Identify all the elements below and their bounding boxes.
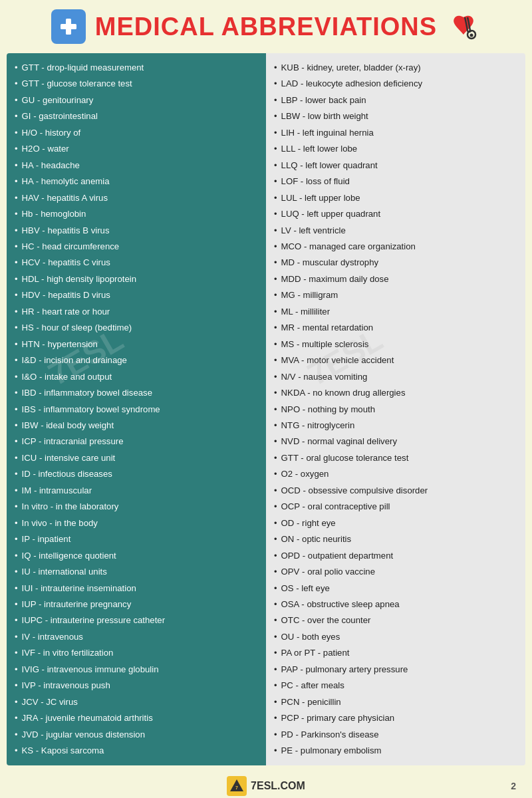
list-item: •KUB - kidney, ureter, bladder (x-ray) (274, 60, 517, 76)
list-item: •HDV - hepatitis D virus (15, 287, 258, 303)
list-item: •HTN - hypertension (15, 336, 258, 352)
bullet: • (274, 94, 277, 107)
list-item: •ML - milliliter (274, 304, 517, 320)
bullet: • (274, 192, 277, 205)
right-column: 7ESL •KUB - kidney, ureter, bladder (x-r… (266, 53, 525, 765)
bullet: • (15, 598, 18, 611)
bullet: • (15, 484, 18, 497)
list-item: •GTT - oral glucose tolerance test (274, 450, 517, 466)
bullet: • (274, 126, 277, 140)
left-column: 7ESL •GTT - drop-liquid measurement•GTT … (7, 53, 266, 765)
footer-logo: 7 7ESL.COM (227, 776, 305, 796)
bullet: • (274, 321, 277, 334)
bullet: • (15, 403, 18, 416)
list-item: •MCO - managed care organization (274, 239, 517, 255)
list-item: •IUP - intrauterine pregnancy (15, 597, 258, 612)
bullet: • (274, 403, 277, 416)
list-item: •H/O - history of (15, 125, 258, 141)
bullet: • (274, 289, 277, 302)
bullet: • (15, 354, 18, 367)
list-item: •GTT - glucose tolerance test (15, 76, 258, 92)
left-column-wrapper: 7ESL •GTT - drop-liquid measurement•GTT … (7, 53, 266, 765)
list-item: •NKDA - no known drug allergies (274, 385, 517, 401)
list-item: •LOF - loss of fluid (274, 174, 517, 190)
logo-text: 7ESL.COM (251, 780, 305, 792)
bullet: • (15, 646, 18, 660)
bullet: • (274, 370, 277, 384)
list-item: •MD - muscular dystrophy (274, 255, 517, 271)
header: MEDICAL ABBREVIATIONS (0, 0, 532, 53)
bullet: • (15, 582, 18, 595)
page-title: MEDICAL ABBREVIATIONS (95, 13, 437, 41)
list-item: •PCN - penicillin (274, 694, 517, 710)
list-item: •PC - after meals (274, 678, 517, 694)
bullet: • (274, 61, 277, 74)
bullet: • (274, 305, 277, 319)
list-item: •OCP - oral contraceptive pill (274, 499, 517, 515)
list-item: •LLL - left lower lobe (274, 141, 517, 157)
list-item: •OPD - outpatient department (274, 548, 517, 564)
bullet: • (15, 500, 18, 513)
bullet: • (15, 370, 18, 384)
list-item: •IVIG - intravenous immune globulin (15, 662, 258, 678)
bullet: • (15, 435, 18, 448)
bullet: • (15, 224, 18, 237)
list-item: •IM - intramuscular (15, 483, 258, 499)
bullet: • (15, 273, 18, 286)
bullet: • (15, 126, 18, 140)
bullet: • (15, 517, 18, 530)
list-item: •PA or PT - patient (274, 645, 517, 661)
bullet: • (274, 467, 277, 481)
bullet: • (274, 679, 277, 692)
bullet: • (274, 517, 277, 530)
bullet: • (274, 175, 277, 188)
bullet: • (15, 452, 18, 465)
list-item: •JCV - JC virus (15, 694, 258, 710)
bullet: • (274, 256, 277, 269)
bullet: • (274, 744, 277, 757)
bullet: • (15, 728, 18, 741)
bullet: • (274, 224, 277, 237)
footer: 7 7ESL.COM 2 (0, 772, 532, 798)
bullet: • (15, 533, 18, 546)
bullet: • (274, 110, 277, 123)
list-item: •KS - Kaposi sarcoma (15, 743, 258, 759)
bullet: • (15, 549, 18, 563)
bullet: • (274, 582, 277, 595)
bullet: • (274, 419, 277, 432)
list-item: •In vitro - in the laboratory (15, 499, 258, 515)
list-item: •LBW - low birth weight (274, 108, 517, 124)
bullet: • (274, 549, 277, 563)
bullet: • (15, 467, 18, 481)
list-item: •I&O - intake and output (15, 369, 258, 385)
list-item: •JRA - juvenile rheumatoid arthritis (15, 710, 258, 726)
bullet: • (274, 273, 277, 286)
bullet: • (274, 484, 277, 497)
list-item: •OU - both eyes (274, 629, 517, 645)
list-item: •PCP - primary care physician (274, 710, 517, 726)
bullet: • (274, 598, 277, 611)
list-item: •PE - pulmonary embolism (274, 743, 517, 759)
list-item: •OD - right eye (274, 515, 517, 531)
bullet: • (15, 207, 18, 221)
heart-stethoscope-icon (446, 8, 481, 45)
list-item: •HS - hour of sleep (bedtime) (15, 320, 258, 336)
list-item: •N/V - nausea vomiting (274, 369, 517, 385)
bullet: • (15, 630, 18, 644)
bullet: • (274, 565, 277, 579)
list-item: •LIH - left inguinal hernia (274, 125, 517, 141)
list-item: •I&D - incision and drainage (15, 352, 258, 368)
list-item: •In vivo - in the body (15, 515, 258, 531)
list-item: •OSA - obstructive sleep apnea (274, 597, 517, 612)
bullet: • (274, 452, 277, 465)
page-number: 2 (511, 781, 516, 791)
list-item: •HC - head circumference (15, 239, 258, 255)
list-item: •PAP - pulmonary artery pressure (274, 662, 517, 678)
bullet: • (15, 142, 18, 156)
bullet: • (274, 712, 277, 725)
list-item: •ID - infectious diseases (15, 466, 258, 482)
bullet: • (15, 61, 18, 74)
list-item: •IUI - intrauterine insemination (15, 581, 258, 597)
list-item: •HCV - hepatitis C virus (15, 255, 258, 271)
list-item: •OS - left eye (274, 581, 517, 597)
